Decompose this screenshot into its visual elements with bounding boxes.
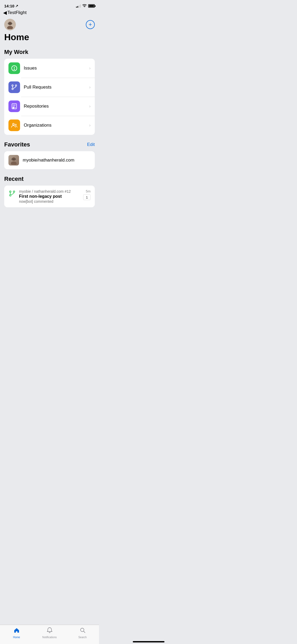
my-work-title: My Work (4, 49, 28, 56)
back-navigation[interactable]: ◀ TestFlight (0, 10, 99, 17)
recent-metadata: 5m 1 (83, 189, 91, 200)
recent-pr-title: First non-legacy post (19, 194, 80, 199)
svg-point-0 (84, 7, 85, 7)
page-title: Home (0, 30, 99, 42)
favorites-card: myobie/nathanherald.com (4, 151, 95, 169)
location-icon: ↗ (15, 4, 18, 8)
signal-icon (76, 4, 81, 8)
recent-comment: now[bot] commented (19, 199, 80, 204)
header: + (0, 17, 99, 30)
wifi-icon (82, 4, 87, 8)
comment-count-badge: 1 (83, 194, 91, 200)
favorites-header: Favorites Edit (4, 141, 95, 148)
recent-header: Recent (4, 176, 95, 182)
my-work-header: My Work (4, 49, 95, 56)
favorites-title: Favorites (4, 141, 30, 148)
svg-point-18 (15, 124, 16, 125)
recent-card[interactable]: myobie / nathanherald.com #12 First non-… (4, 186, 95, 207)
recent-repo: myobie / nathanherald.com #12 (19, 189, 80, 194)
organizations-chevron-icon: › (89, 123, 91, 128)
favorite-avatar (8, 155, 19, 165)
pull-requests-label: Pull Requests (24, 85, 89, 90)
status-icons (76, 4, 95, 8)
back-arrow-icon: ◀ (3, 10, 7, 16)
pull-requests-item[interactable]: Pull Requests › (4, 78, 95, 97)
battery-icon (88, 4, 95, 8)
issues-label: Issues (24, 66, 89, 71)
repositories-icon (8, 100, 20, 112)
issues-icon (8, 62, 20, 74)
favorite-item[interactable]: myobie/nathanherald.com (4, 151, 95, 169)
status-bar: 14:10 ↗ (0, 0, 99, 10)
svg-point-26 (10, 195, 11, 196)
issues-item[interactable]: Issues › (4, 59, 95, 78)
recent-content: myobie / nathanherald.com #12 First non-… (19, 189, 80, 204)
pull-requests-chevron-icon: › (89, 85, 91, 90)
organizations-label: Organizations (24, 123, 89, 128)
add-button[interactable]: + (86, 20, 95, 29)
my-work-section: My Work Issues › (0, 42, 99, 135)
svg-point-8 (14, 69, 15, 70)
svg-point-20 (11, 162, 17, 165)
status-time: 14:10 (4, 4, 14, 8)
repositories-chevron-icon: › (89, 104, 91, 109)
recent-section: Recent myobie / nathanherald.com #12 Fir… (0, 169, 99, 207)
pull-requests-icon (8, 81, 20, 93)
recent-time: 5m (86, 189, 91, 193)
repositories-item[interactable]: Repositories › (4, 97, 95, 116)
avatar[interactable] (4, 19, 16, 30)
favorite-label: myobie/nathanherald.com (23, 158, 74, 163)
svg-point-2 (7, 26, 13, 29)
issues-chevron-icon: › (89, 66, 91, 71)
svg-point-25 (13, 191, 15, 192)
favorites-section: Favorites Edit myobie/nathanherald.com (0, 135, 99, 169)
favorites-edit-button[interactable]: Edit (87, 142, 95, 147)
my-work-card: Issues › Pull Requests › (4, 59, 95, 135)
recent-title: Recent (4, 176, 23, 182)
svg-point-17 (13, 123, 15, 125)
svg-point-24 (10, 191, 11, 192)
recent-item: myobie / nathanherald.com #12 First non-… (8, 189, 91, 204)
organizations-icon (8, 119, 20, 131)
repositories-label: Repositories (24, 104, 89, 109)
organizations-item[interactable]: Organizations › (4, 116, 95, 135)
back-label: TestFlight (7, 10, 27, 15)
recent-pr-icon (8, 190, 16, 198)
